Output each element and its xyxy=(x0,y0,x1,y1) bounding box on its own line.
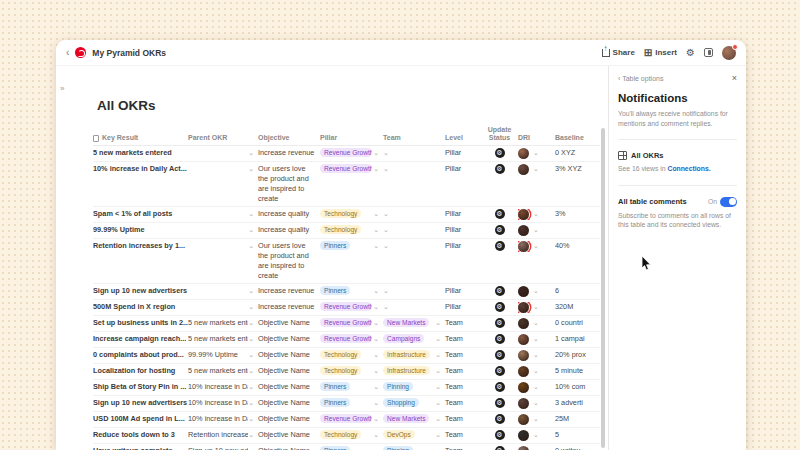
cell-baseline[interactable]: 0 countri xyxy=(555,318,600,328)
chevron-down-icon[interactable]: ⌄ xyxy=(373,241,379,251)
chevron-down-icon[interactable]: ⌄ xyxy=(435,382,441,392)
share-button[interactable]: Share xyxy=(602,48,635,57)
cell-baseline[interactable]: 5 minute xyxy=(555,366,600,376)
cell-baseline[interactable]: 25M xyxy=(555,414,600,424)
cell-level[interactable]: Team xyxy=(445,318,485,328)
dri-avatar[interactable] xyxy=(518,350,529,361)
column-header-level[interactable]: Level xyxy=(445,134,485,142)
chevron-down-icon[interactable]: ⌄ xyxy=(533,148,539,158)
chevron-down-icon[interactable]: ⌄ xyxy=(248,334,254,344)
cell-dri[interactable]: ⌄ xyxy=(518,209,555,220)
cell-pillar[interactable]: Pinners⌄ xyxy=(320,241,383,251)
status-gear-icon[interactable]: ⚙ xyxy=(495,366,505,376)
open-panel-icon[interactable] xyxy=(704,48,713,57)
dri-avatar[interactable] xyxy=(518,366,529,377)
cell-objective[interactable]: Objective Name xyxy=(258,350,320,360)
column-header-team[interactable]: Team xyxy=(383,134,445,142)
cell-dri[interactable]: ⌄ xyxy=(518,334,555,345)
cell-level[interactable]: Pillar xyxy=(445,148,485,158)
cell-key-result[interactable]: Reduce tools down to 3 xyxy=(93,430,188,440)
cell-level[interactable]: Team xyxy=(445,414,485,424)
cell-pillar[interactable]: Revenue Growth⌄ xyxy=(320,334,383,344)
cell-dri[interactable]: ⌄ xyxy=(518,414,555,425)
chevron-down-icon[interactable]: ⌄ xyxy=(248,286,254,296)
dri-avatar[interactable] xyxy=(518,286,529,297)
chevron-down-icon[interactable]: ⌄ xyxy=(248,366,254,376)
cell-team[interactable]: Pinning⌄ xyxy=(383,446,445,450)
cell-level[interactable]: Team xyxy=(445,398,485,408)
chevron-down-icon[interactable]: ⌄ xyxy=(248,318,254,328)
chevron-down-icon[interactable]: ⌄ xyxy=(373,446,379,450)
column-header-pillar[interactable]: Pillar xyxy=(320,134,383,142)
cell-key-result[interactable]: Sign up 10 new advertisers xyxy=(93,286,188,296)
status-gear-icon[interactable]: ⚙ xyxy=(495,446,505,450)
status-gear-icon[interactable]: ⚙ xyxy=(495,350,505,360)
cell-key-result[interactable]: 5 new markets entered xyxy=(93,148,188,158)
cell-team[interactable]: ⌄ xyxy=(383,225,445,235)
chevron-down-icon[interactable]: ⌄ xyxy=(383,148,389,158)
panel-back-button[interactable]: ‹ Table options xyxy=(618,75,663,82)
vertical-scrollbar[interactable] xyxy=(601,128,605,448)
dri-avatar[interactable] xyxy=(518,164,529,175)
cell-dri[interactable]: ⌄ xyxy=(518,164,555,175)
cell-key-result[interactable]: Increase campaign reach... xyxy=(93,334,188,344)
cell-pillar[interactable]: Revenue Growth⌄ xyxy=(320,414,383,424)
cell-parent-okr[interactable]: 99.99% Uptime⌄ xyxy=(188,350,258,360)
column-header-objective[interactable]: Objective xyxy=(258,134,320,142)
cell-team[interactable]: New Markets⌄ xyxy=(383,318,445,328)
dri-avatar[interactable] xyxy=(518,302,529,313)
cell-update-status[interactable]: ⚙ xyxy=(485,382,518,392)
cell-baseline[interactable]: 0 writeu xyxy=(555,446,600,450)
cell-objective[interactable]: Increase quality xyxy=(258,209,320,219)
cell-objective[interactable]: Increase revenue xyxy=(258,148,320,158)
cell-team[interactable]: Campaigns⌄ xyxy=(383,334,445,344)
chevron-down-icon[interactable]: ⌄ xyxy=(533,286,539,296)
cell-objective[interactable]: Objective Name xyxy=(258,334,320,344)
chevron-down-icon[interactable]: ⌄ xyxy=(373,334,379,344)
cell-key-result[interactable]: Ship Beta of Story Pin in ... xyxy=(93,382,188,392)
cell-parent-okr[interactable]: 10% increase in Daily⌄ xyxy=(188,414,258,424)
cell-objective[interactable]: Objective Name xyxy=(258,382,320,392)
cell-dri[interactable]: ⌄ xyxy=(518,148,555,159)
cell-team[interactable]: ⌄ xyxy=(383,164,445,174)
chevron-down-icon[interactable]: ⌄ xyxy=(248,414,254,424)
cell-dri[interactable]: ⌄ xyxy=(518,302,555,313)
cell-objective[interactable]: Objective Name xyxy=(258,414,320,424)
cell-key-result[interactable]: Set up business units in 2... xyxy=(93,318,188,328)
chevron-down-icon[interactable]: ⌄ xyxy=(533,302,539,312)
cell-level[interactable]: Team xyxy=(445,334,485,344)
cell-pillar[interactable]: Revenue Growth⌄ xyxy=(320,148,383,158)
chevron-down-icon[interactable]: ⌄ xyxy=(373,414,379,424)
chevron-down-icon[interactable]: ⌄ xyxy=(533,164,539,174)
chevron-down-icon[interactable]: ⌄ xyxy=(248,350,254,360)
cell-update-status[interactable]: ⚙ xyxy=(485,350,518,360)
dri-avatar[interactable] xyxy=(518,148,529,159)
dri-avatar[interactable] xyxy=(518,414,529,425)
chevron-down-icon[interactable]: ⌄ xyxy=(248,209,254,219)
cell-team[interactable]: Infrastructure⌄ xyxy=(383,350,445,360)
cell-update-status[interactable]: ⚙ xyxy=(485,430,518,440)
cell-baseline[interactable]: 3% XYZ xyxy=(555,164,600,174)
cell-key-result[interactable]: Have writeup complete xyxy=(93,446,188,450)
cell-objective[interactable]: Increase revenue xyxy=(258,286,320,296)
cell-pillar[interactable]: Technology⌄ xyxy=(320,209,383,219)
chevron-down-icon[interactable]: ⌄ xyxy=(435,414,441,424)
cell-parent-okr[interactable]: ⌄ xyxy=(188,225,258,235)
chevron-down-icon[interactable]: ⌄ xyxy=(373,430,379,440)
cell-update-status[interactable]: ⚙ xyxy=(485,164,518,174)
chevron-down-icon[interactable]: ⌄ xyxy=(248,430,254,440)
dri-avatar[interactable] xyxy=(518,430,529,441)
cell-level[interactable]: Team xyxy=(445,366,485,376)
gear-icon[interactable]: ⚙ xyxy=(686,48,695,58)
cell-objective[interactable]: Objective Name xyxy=(258,366,320,376)
cell-parent-okr[interactable]: ⌄ xyxy=(188,302,258,312)
chevron-down-icon[interactable]: ⌄ xyxy=(373,225,379,235)
chevron-down-icon[interactable]: ⌄ xyxy=(248,302,254,312)
chevron-down-icon[interactable]: ⌄ xyxy=(373,350,379,360)
cell-pillar[interactable]: Technology⌄ xyxy=(320,430,383,440)
cell-team[interactable]: ⌄ xyxy=(383,209,445,219)
cell-update-status[interactable]: ⚙ xyxy=(485,398,518,408)
cell-parent-okr[interactable]: ⌄ xyxy=(188,241,258,251)
cell-parent-okr[interactable]: 5 new markets enter⌄ xyxy=(188,318,258,328)
cell-dri[interactable]: ⌄ xyxy=(518,225,555,236)
